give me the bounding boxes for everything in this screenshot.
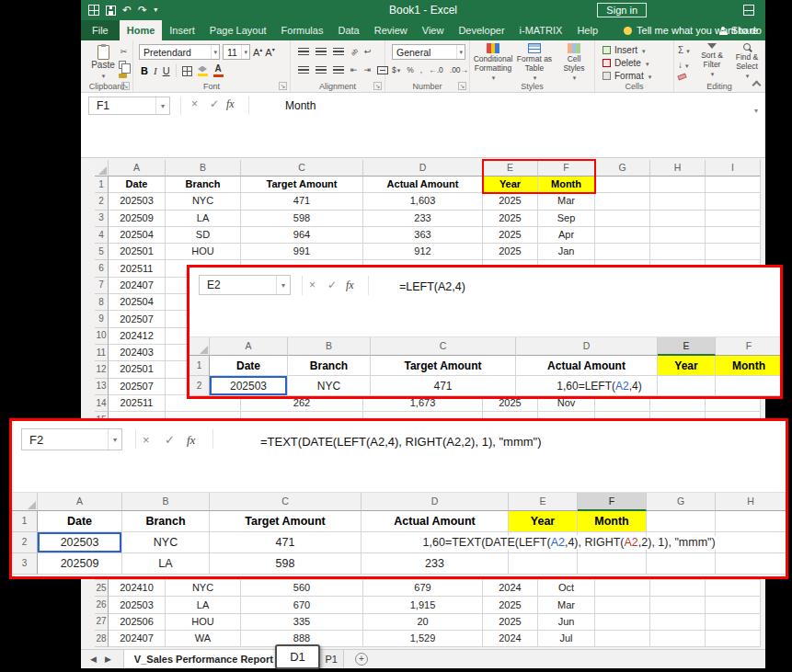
cell-A14[interactable]: 202511 — [109, 395, 166, 412]
cell-H27[interactable] — [650, 614, 706, 631]
cell-E1[interactable]: Year — [658, 356, 716, 376]
overlay-f2-cancel-icon[interactable]: × — [143, 434, 150, 446]
col-header-I[interactable]: I — [706, 160, 761, 177]
row-header-11[interactable]: 11 — [95, 345, 109, 361]
cell-H1[interactable] — [650, 177, 706, 193]
cell-I5[interactable] — [706, 244, 761, 260]
undo-icon[interactable]: ↶ — [122, 5, 132, 16]
row-header-12[interactable]: 12 — [95, 361, 109, 378]
row-header-13[interactable]: 13 — [95, 379, 109, 395]
col-header-E[interactable]: E — [483, 160, 538, 177]
cell-E2[interactable] — [658, 376, 716, 396]
cell-F1[interactable]: Month — [538, 177, 595, 193]
autosum-button[interactable]: Σ — [678, 45, 690, 55]
cell-E3[interactable]: 2025 — [483, 211, 538, 227]
row-header-2[interactable]: 2 — [189, 376, 210, 396]
paste-dropdown-icon[interactable] — [101, 70, 106, 80]
cell-H4[interactable] — [650, 227, 706, 244]
cell-G1[interactable] — [595, 177, 650, 193]
cell-A3[interactable]: 202509 — [38, 553, 122, 575]
cell-C26[interactable]: 670 — [241, 597, 363, 613]
bold-button[interactable]: B — [141, 66, 148, 76]
sheet-tab-1[interactable]: V_Sales Performance Report — [123, 650, 284, 668]
font-size-select[interactable]: 11 — [223, 44, 250, 60]
format-as-table-button[interactable]: Format as Table — [514, 43, 555, 84]
formula-bar-content[interactable]: Month — [285, 99, 316, 112]
cell-F3[interactable]: Sep — [538, 211, 595, 227]
cell-F2[interactable] — [716, 376, 783, 396]
cell-E28[interactable]: 2024 — [483, 631, 538, 647]
col-header-F[interactable]: F — [716, 337, 783, 356]
cell-F25[interactable]: Oct — [538, 580, 595, 597]
cell-C2[interactable]: 471 — [371, 376, 516, 396]
cell-F1[interactable]: Month — [578, 511, 647, 532]
cell-B5[interactable]: HOU — [166, 244, 241, 260]
cell-E5[interactable]: 2025 — [483, 244, 538, 260]
copy-icon[interactable] — [119, 61, 126, 69]
cell-C1[interactable]: Target Amount — [241, 177, 363, 193]
row-header-5[interactable]: 5 — [95, 244, 109, 260]
cell-G28[interactable] — [595, 631, 650, 647]
alignment-dialog-launcher-icon[interactable] — [373, 82, 382, 90]
col-header-H[interactable]: H — [650, 160, 706, 177]
cell-E4[interactable]: 2025 — [483, 227, 538, 244]
cell-B1[interactable]: Branch — [166, 177, 241, 193]
cell-F4[interactable]: Apr — [538, 227, 595, 244]
font-dialog-launcher-icon[interactable] — [279, 82, 287, 90]
insert-function-icon[interactable]: fx — [226, 98, 235, 109]
cell-H3[interactable] — [650, 211, 706, 227]
ribbon-tab-page-layout[interactable]: Page Layout — [202, 20, 274, 40]
font-size-dropdown-icon[interactable] — [241, 45, 249, 59]
overlay-e2-cancel-icon[interactable]: × — [309, 279, 316, 290]
row-header-2[interactable]: 2 — [95, 193, 109, 210]
cell-H1[interactable] — [716, 511, 786, 532]
cell-H28[interactable] — [650, 631, 706, 647]
cell-A3[interactable]: 202509 — [109, 211, 166, 227]
overlay-f2-name-box-dropdown-icon[interactable] — [108, 429, 121, 450]
select-all-corner[interactable] — [95, 160, 109, 177]
in-cell-formula-edit[interactable]: 1,60=TEXT(DATE(LEFT(A2,4), RIGHT(A2,2), … — [420, 536, 718, 550]
col-header-F[interactable]: F — [578, 493, 647, 511]
cell-C27[interactable]: 335 — [241, 614, 363, 631]
row-header-14[interactable]: 14 — [95, 395, 109, 412]
cell-C3[interactable]: 598 — [210, 553, 362, 575]
ribbon-tab-developer[interactable]: Developer — [451, 20, 511, 40]
cell-B4[interactable]: SD — [166, 227, 241, 244]
insert-cells-button[interactable]: Insert — [603, 45, 646, 55]
cell-D2[interactable]: 1,60=TEXT(DATE(LEFT(A2,4), RIGHT(A2,2), … — [362, 532, 509, 553]
name-box-dropdown-icon[interactable] — [155, 97, 169, 114]
cell-C1[interactable]: Target Amount — [210, 511, 362, 532]
cell-D1[interactable]: Actual Amount — [362, 511, 509, 532]
fill-color-button[interactable] — [198, 66, 208, 76]
cancel-icon[interactable]: × — [191, 98, 198, 109]
cell-G3[interactable] — [595, 211, 650, 227]
cell-I1[interactable] — [706, 177, 761, 193]
cell-A2[interactable]: 202503 — [109, 193, 166, 210]
cell-E1[interactable]: Year — [483, 177, 538, 193]
col-header-E[interactable]: E — [509, 493, 578, 511]
sort-filter-button[interactable]: Sort & Filter — [694, 43, 730, 85]
col-header-B[interactable]: B — [166, 160, 241, 177]
cell-H25[interactable] — [650, 580, 706, 597]
cell-G26[interactable] — [595, 597, 650, 613]
cell-B2[interactable]: NYC — [122, 532, 210, 553]
ribbon-tab-review[interactable]: Review — [367, 20, 415, 40]
cell-A8[interactable]: 202504 — [109, 294, 166, 311]
row-header-26[interactable]: 26 — [95, 597, 109, 613]
cell-C4[interactable]: 964 — [241, 227, 363, 244]
ribbon-tab-i-matrix[interactable]: i-MATRIX — [512, 20, 570, 40]
cell-A2[interactable]: 202503 — [210, 376, 288, 396]
cell-E27[interactable]: 2025 — [483, 614, 538, 631]
cell-F2[interactable]: Mar — [538, 193, 595, 210]
font-color-button[interactable]: A — [213, 64, 224, 77]
overlay-f2-formula[interactable]: =TEXT(DATE(LEFT(A2,4), RIGHT(A2,2), 1), … — [260, 435, 541, 449]
cell-A25[interactable]: 202410 — [109, 580, 166, 597]
cell-G27[interactable] — [595, 614, 650, 631]
fill-button[interactable]: ↓ — [678, 60, 690, 70]
col-header-D[interactable]: D — [362, 493, 509, 511]
in-cell-formula-edit[interactable]: 1,60=LEFT(A2,4) — [554, 380, 644, 393]
overlay-f2-insert-function-icon[interactable]: fx — [187, 434, 195, 446]
row-header-7[interactable]: 7 — [95, 278, 109, 294]
find-select-button[interactable]: Find & Select — [730, 43, 763, 85]
cell-A28[interactable]: 202407 — [109, 631, 166, 647]
